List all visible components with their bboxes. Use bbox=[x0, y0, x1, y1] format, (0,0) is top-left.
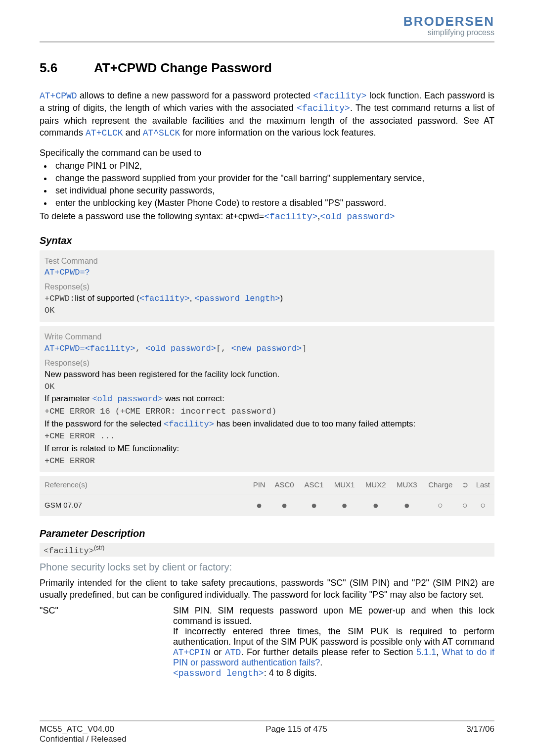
test-response: +CPWD:list of supported (<facility>, <pa… bbox=[44, 292, 490, 305]
param-password-length: <password length> bbox=[173, 668, 264, 678]
section-title: 5.6AT+CPWD Change Password bbox=[40, 60, 494, 76]
usage-list: change PIN1 or PIN2, change the password… bbox=[40, 161, 494, 208]
list-item: change PIN1 or PIN2, bbox=[52, 161, 494, 171]
param-old-password: <old password> bbox=[320, 212, 395, 222]
reference-table: Reference(s) PIN ASC0 ASC1 MUX1 MUX2 MUX… bbox=[40, 476, 494, 516]
intro-paragraph: AT+CPWD allows to define a new password … bbox=[40, 90, 494, 139]
response-label: Response(s) bbox=[44, 281, 490, 292]
param-sc-desc: SIM PIN. SIM requests password upon ME p… bbox=[173, 606, 494, 678]
response-label: Response(s) bbox=[44, 357, 490, 369]
col-asc1: ASC1 bbox=[299, 476, 329, 494]
cme-error-line: +CME ERROR ... bbox=[44, 430, 490, 443]
param-sc-row: "SC" SIM PIN. SIM requests password upon… bbox=[40, 606, 494, 678]
col-alarm: ➲ bbox=[458, 476, 472, 494]
cmd-atcpwd: AT+CPWD bbox=[40, 91, 77, 101]
test-command: AT+CPWD=? bbox=[44, 267, 490, 279]
param-sc-key: "SC" bbox=[40, 606, 173, 678]
col-asc0: ASC0 bbox=[269, 476, 299, 494]
write-if-line: If error is related to ME functionality: bbox=[44, 443, 490, 455]
col-pin: PIN bbox=[249, 476, 269, 494]
col-mux1: MUX1 bbox=[329, 476, 360, 494]
write-if-line: If parameter <old password> was not corr… bbox=[44, 393, 490, 406]
list-item: enter the unblocking key (Master Phone C… bbox=[52, 198, 494, 208]
write-command-block: Write Command AT+CPWD=<facility>, <old p… bbox=[40, 326, 494, 472]
section-number: 5.6 bbox=[40, 60, 94, 76]
brand-tagline: simplifying process bbox=[428, 28, 494, 37]
col-last: Last bbox=[472, 476, 494, 494]
param-description: Primarily intended for the client to tak… bbox=[40, 577, 494, 601]
write-command-label: Write Command bbox=[44, 331, 490, 342]
spec-intro: Specifically the command can be used to bbox=[40, 147, 494, 159]
dot-filled-icon: ● bbox=[299, 494, 329, 517]
param-facility-header: <facility>(str) bbox=[40, 543, 494, 557]
param-facility: <facility> bbox=[297, 103, 350, 113]
page-header: BRODERSEN simplifying process bbox=[40, 14, 494, 37]
footer-center: Page 115 of 475 bbox=[266, 724, 327, 744]
write-response-line: New password has been registered for the… bbox=[44, 369, 490, 381]
param-facility: <facility> bbox=[264, 212, 317, 222]
brand-logo: BRODERSEN bbox=[403, 14, 494, 29]
cmd-atcpin: AT+CPIN bbox=[173, 648, 211, 658]
cmd-atslck: AT^SLCK bbox=[143, 128, 180, 138]
cmd-atclck: AT+CLCK bbox=[86, 128, 123, 138]
list-item: set individual phone security passwords, bbox=[52, 186, 494, 196]
param-subtitle: Phone security locks set by client or fa… bbox=[40, 562, 494, 573]
reference-value: GSM 07.07 bbox=[40, 494, 249, 517]
header-divider bbox=[40, 41, 494, 43]
col-charge: Charge bbox=[422, 476, 458, 494]
dot-empty-icon: ○ bbox=[472, 494, 494, 517]
col-mux2: MUX2 bbox=[360, 476, 391, 494]
alarm-icon: ➲ bbox=[462, 480, 468, 489]
write-if-line: If the password for the selected <facili… bbox=[44, 418, 490, 431]
list-item: change the password supplied from your p… bbox=[52, 173, 494, 184]
dot-filled-icon: ● bbox=[360, 494, 391, 517]
page-footer: MC55_ATC_V04.00 Confidential / Released … bbox=[40, 715, 494, 744]
dot-filled-icon: ● bbox=[329, 494, 360, 517]
test-command-label: Test Command bbox=[44, 255, 490, 267]
references-label: Reference(s) bbox=[40, 476, 249, 494]
ok-line: OK bbox=[44, 305, 490, 317]
dot-filled-icon: ● bbox=[269, 494, 299, 517]
col-mux3: MUX3 bbox=[391, 476, 422, 494]
delete-syntax-line: To delete a password use the following s… bbox=[40, 210, 494, 223]
dot-filled-icon: ● bbox=[249, 494, 269, 517]
cmd-atd: ATD bbox=[225, 648, 241, 658]
section-ref-link[interactable]: 5.1.1 bbox=[416, 647, 436, 657]
cme-error-line: +CME ERROR 16 (+CME ERROR: incorrect pas… bbox=[44, 406, 490, 418]
dot-empty-icon: ○ bbox=[458, 494, 472, 517]
parameter-description-heading: Parameter Description bbox=[40, 528, 494, 539]
ok-line: OK bbox=[44, 381, 490, 393]
syntax-heading: Syntax bbox=[40, 235, 494, 246]
footer-right: 3/17/06 bbox=[466, 724, 494, 744]
footer-divider bbox=[40, 720, 494, 721]
dot-empty-icon: ○ bbox=[422, 494, 458, 517]
cme-error-line: +CME ERROR bbox=[44, 455, 490, 468]
footer-left: MC55_ATC_V04.00 Confidential / Released bbox=[40, 724, 127, 744]
section-text: AT+CPWD Change Password bbox=[94, 60, 272, 75]
param-facility: <facility> bbox=[313, 91, 366, 101]
test-command-block: Test Command AT+CPWD=? Response(s) +CPWD… bbox=[40, 250, 494, 322]
dot-filled-icon: ● bbox=[391, 494, 422, 517]
write-command: AT+CPWD=<facility>, <old password>[, <ne… bbox=[44, 342, 490, 355]
